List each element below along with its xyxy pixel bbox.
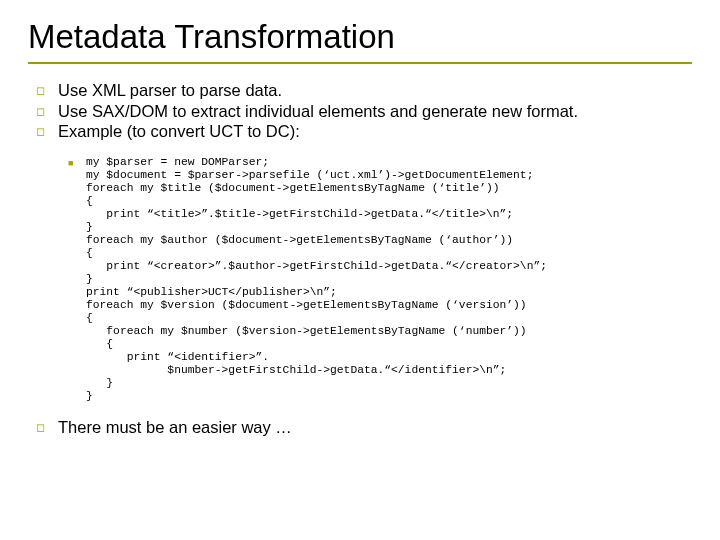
bullet-item: ◻ Use SAX/DOM to extract individual elem… <box>36 101 692 122</box>
code-text: my $parser = new DOMParser; my $document… <box>86 156 547 403</box>
bullet-text: Example (to convert UCT to DC): <box>58 121 300 142</box>
code-block: ■ my $parser = new DOMParser; my $docume… <box>68 156 692 403</box>
bullet-text: Use SAX/DOM to extract individual elemen… <box>58 101 578 122</box>
square-bullet-icon: ◻ <box>36 84 48 98</box>
bullet-text: Use XML parser to parse data. <box>58 80 282 101</box>
square-bullet-icon: ◻ <box>36 125 48 139</box>
square-bullet-icon: ■ <box>68 158 78 168</box>
bullet-item: ◻ Use XML parser to parse data. <box>36 80 692 101</box>
bullet-list: ◻ Use XML parser to parse data. ◻ Use SA… <box>36 80 692 142</box>
square-bullet-icon: ◻ <box>36 421 48 435</box>
bullet-item: ◻ Example (to convert UCT to DC): <box>36 121 692 142</box>
bullet-text: There must be an easier way … <box>58 417 292 438</box>
code-row: ■ my $parser = new DOMParser; my $docume… <box>68 156 692 403</box>
bullet-item: ◻ There must be an easier way … <box>36 417 692 438</box>
square-bullet-icon: ◻ <box>36 105 48 119</box>
slide-title: Metadata Transformation <box>28 18 692 64</box>
bullet-list-bottom: ◻ There must be an easier way … <box>36 417 692 438</box>
